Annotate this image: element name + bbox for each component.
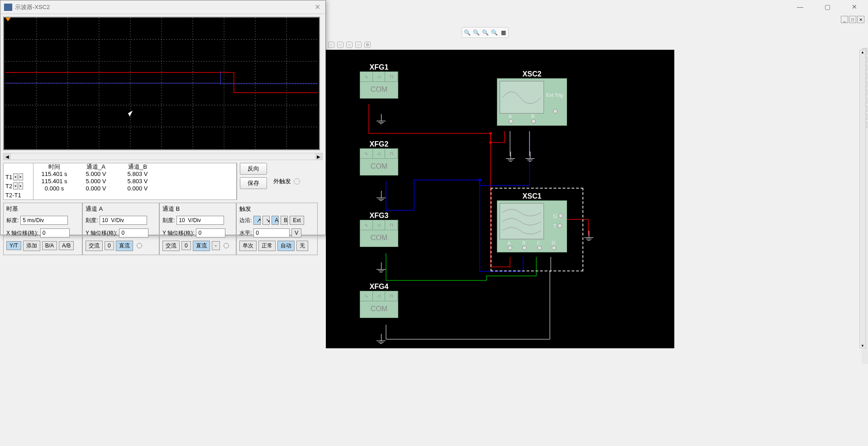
ext-trig-toggle[interactable] <box>294 178 300 185</box>
trigger-level-input[interactable] <box>253 228 290 237</box>
timebase-xpos-input[interactable] <box>40 228 70 237</box>
close-button[interactable]: ✕ <box>845 2 863 11</box>
timebase-panel: 时基 标度: X 轴位移(格): Y/T 添加 B/A A/B <box>3 203 82 255</box>
cha-indicator <box>137 243 142 248</box>
circuit-schematic-canvas[interactable]: XFG1 ∿◁⊓ COM XFG2 ∿◁⊓ COM XFG3 ∿◁⊓ <box>326 50 674 348</box>
xfg1-label: XFG1 <box>360 63 398 71</box>
component-xfg2[interactable]: XFG2 ∿◁⊓ COM <box>360 140 398 176</box>
chb-scale-input[interactable] <box>176 216 224 225</box>
display-horizontal-scrollbar[interactable]: ◀ ▶ <box>3 153 323 160</box>
chb-dc-button[interactable]: 直流 <box>193 241 210 251</box>
t1-spinner[interactable]: ◂ <box>13 173 18 180</box>
t2-time: 115.401 s <box>33 178 75 185</box>
cha-dc-button[interactable]: 直流 <box>116 241 133 251</box>
trigger-b-button[interactable]: B <box>281 216 288 225</box>
timebase-scale-input[interactable] <box>20 216 68 225</box>
t2-label: T2 <box>5 183 12 190</box>
diff-cha: 0.000 V <box>75 185 117 192</box>
minimize-button[interactable]: — <box>791 2 809 11</box>
ba-mode-button[interactable]: B/A <box>42 241 57 250</box>
chb-header: 通道_B <box>117 163 158 171</box>
t2-chb: 5.803 V <box>117 178 158 185</box>
secondary-window-controls: _ □ ✕ <box>841 16 868 25</box>
ground-xsc2-b <box>525 152 534 165</box>
chb-ac-button[interactable]: 交流 <box>162 241 180 251</box>
chb-invert-button[interactable]: - <box>212 241 220 250</box>
trigger-ext-button[interactable]: Ext <box>290 216 304 225</box>
sim-icon-1[interactable]: ○ <box>328 42 334 48</box>
timebase-title: 时基 <box>6 205 79 213</box>
t2-cha: 5.000 V <box>75 178 117 185</box>
trigger-title: 触发 <box>239 205 315 213</box>
zoom-area-icon[interactable]: 🔍 <box>491 29 498 36</box>
scroll-left-button[interactable]: ◀ <box>4 153 11 160</box>
component-xfg1[interactable]: XFG1 ∿◁⊓ COM <box>360 63 398 99</box>
svg-marker-19 <box>5 18 11 21</box>
sim-settings-icon[interactable]: ⚙ <box>364 42 371 48</box>
cha-title: 通道 A <box>86 205 156 213</box>
trigger-normal-button[interactable]: 正常 <box>258 241 276 251</box>
zoom-full-icon[interactable]: ▦ <box>500 29 507 36</box>
add-mode-button[interactable]: 添加 <box>23 241 40 251</box>
zoom-in-icon[interactable]: 🔍 <box>463 29 471 36</box>
cha-zero-button[interactable]: 0 <box>105 241 114 250</box>
edge-falling-button[interactable]: ↘ <box>262 216 270 225</box>
trigger-a-button[interactable]: A <box>272 216 279 225</box>
t2-spinner-r[interactable]: ▸ <box>19 182 23 190</box>
chb-title: 通道 B <box>162 205 233 213</box>
edge-rising-button[interactable]: ↗ <box>253 216 261 225</box>
sim-icon-2[interactable]: ○ <box>337 42 343 48</box>
cha-scale-input[interactable] <box>100 216 147 225</box>
mini-close-button[interactable]: ✕ <box>857 16 864 23</box>
cha-ac-button[interactable]: 交流 <box>86 241 103 251</box>
oscilloscope-display[interactable] <box>3 17 320 150</box>
reverse-button[interactable]: 反向 <box>240 163 267 175</box>
ground-xfg3 <box>377 262 386 276</box>
ext-trig-label: 外触发 <box>273 177 291 185</box>
zoom-out-icon[interactable]: 🔍 <box>472 29 480 36</box>
ground-xsc1 <box>584 231 593 244</box>
t1-time: 115.401 s <box>33 171 75 178</box>
trigger-none-button[interactable]: 无 <box>296 241 308 251</box>
t1-spinner-r[interactable]: ▸ <box>19 173 23 180</box>
xsc1-label: XSC1 <box>497 192 567 200</box>
cha-ypos-input[interactable] <box>119 228 148 237</box>
chb-indicator <box>224 243 229 248</box>
diff-chb: 0.000 V <box>117 185 158 192</box>
ab-mode-button[interactable]: A/B <box>59 241 74 250</box>
zoom-fit-icon[interactable]: 🔍 <box>482 29 489 36</box>
cha-header: 通道_A <box>75 163 117 171</box>
time-header: 时间 <box>33 163 75 171</box>
dialog-titlebar[interactable]: 示波器-XSC2 ✕ <box>0 0 325 14</box>
component-xsc1[interactable]: XSC1 G T A B C D <box>497 192 567 252</box>
ground-xsc2-a <box>506 152 515 165</box>
canvas-vertical-scrollbar[interactable]: ▲ ▼ <box>859 50 866 348</box>
sim-icon-3[interactable]: ○ <box>346 42 353 48</box>
channel-b-panel: 通道 B 刻度: Y 轴位移(格): 交流 0 直流 - <box>159 203 236 255</box>
t2-spinner[interactable]: ◂ <box>13 182 18 190</box>
zoom-toolbar: 🔍 🔍 🔍 🔍 ▦ <box>462 27 509 38</box>
trigger-level-unit[interactable]: V <box>291 228 301 237</box>
component-xsc2[interactable]: XSC2 Ext Trig A B <box>497 70 567 126</box>
component-xfg3[interactable]: XFG3 ∿◁⊓ COM <box>360 212 398 247</box>
save-button[interactable]: 保存 <box>240 177 267 189</box>
mini-maximize-button[interactable]: □ <box>849 16 856 23</box>
yt-mode-button[interactable]: Y/T <box>6 241 21 250</box>
trigger-single-button[interactable]: 单次 <box>239 241 257 251</box>
chb-ypos-input[interactable] <box>196 228 225 237</box>
sim-icon-4[interactable]: ○ <box>355 42 362 48</box>
maximize-button[interactable]: ▢ <box>818 2 836 11</box>
trigger-auto-button[interactable]: 自动 <box>277 241 295 251</box>
main-window-controls: — ▢ ✕ <box>777 0 868 14</box>
t1-chb: 5.803 V <box>117 171 158 178</box>
chb-zero-button[interactable]: 0 <box>181 241 191 250</box>
oscilloscope-dialog[interactable]: 示波器-XSC2 ✕ <box>0 0 326 235</box>
ground-xfg2 <box>377 191 386 204</box>
component-xfg4[interactable]: XFG4 ∿◁⊓ COM <box>360 283 398 318</box>
scroll-right-button[interactable]: ▶ <box>315 153 322 160</box>
simulation-toolbar: ○ ○ ○ ○ ⚙ <box>328 42 371 48</box>
trigger-panel: 触发 边沿: ↗ ↘ A B Ext 水平: V 单次 正常 自动 无 <box>236 203 318 255</box>
xfg3-label: XFG3 <box>360 212 398 220</box>
dialog-close-button[interactable]: ✕ <box>313 3 322 12</box>
mini-minimize-button[interactable]: _ <box>841 16 848 23</box>
